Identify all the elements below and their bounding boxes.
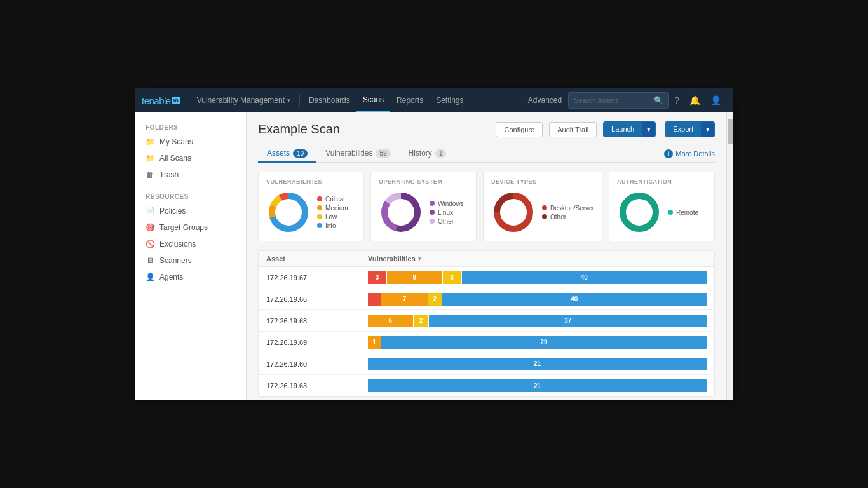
bar-info: 40: [462, 271, 707, 284]
critical-dot: [317, 196, 322, 201]
sidebar-item-my-scans[interactable]: 📁 My Scans: [135, 133, 246, 150]
table-row: 172.26.19.63 21: [259, 375, 714, 396]
sidebar-item-agents[interactable]: 👤 Agents: [135, 269, 246, 285]
sidebar-item-trash[interactable]: 🗑 Trash: [135, 166, 246, 183]
vuln-bar: 21: [368, 379, 707, 392]
asset-ip: 172.26.19.66: [266, 295, 368, 303]
chart-auth: AUTHENTICATION Remote: [609, 172, 715, 241]
search-box: 🔍: [568, 92, 669, 109]
vuln-bar: 6 2 37: [368, 315, 707, 327]
sidebar-item-exclusions[interactable]: 🚫 Exclusions: [135, 236, 246, 252]
device-legend: Desktop/Server Other: [542, 205, 594, 220]
page-header: Example Scan Configure Audit Trail Launc…: [258, 121, 715, 137]
bar-low: 2: [414, 315, 429, 327]
content-tabs: Assets 10 Vulnerabilities 59 History 1 i: [258, 145, 715, 163]
sidebar-item-all-scans[interactable]: 📁 All Scans: [135, 150, 246, 166]
bar-medium: 9: [387, 271, 442, 284]
more-details-link[interactable]: i More Details: [664, 149, 715, 158]
bar-low: 3: [443, 271, 461, 284]
chart-device-types: DEVICE TYPES Desktop/Server: [483, 172, 602, 241]
info-dot: [317, 223, 322, 228]
sidebar: FOLDERS 📁 My Scans 📁 All Scans 🗑 Trash R…: [135, 112, 247, 400]
nav-dashboards[interactable]: Dashboards: [302, 88, 356, 112]
asset-ip: 172.26.19.60: [266, 360, 368, 368]
nav-advanced[interactable]: Advanced: [522, 88, 568, 112]
sidebar-item-target-groups[interactable]: 🎯 Target Groups: [135, 219, 246, 236]
vuln-bar: 3 9 3 40: [368, 271, 707, 284]
export-button-arrow[interactable]: ▾: [701, 122, 714, 137]
launch-button-split: Launch ▾: [603, 121, 656, 137]
asset-ip: 172.26.19.69: [266, 339, 368, 346]
search-icon: 🔍: [654, 96, 663, 105]
charts-row: VULNERABILITIES: [258, 172, 715, 241]
sort-icon[interactable]: ▾: [418, 255, 421, 262]
desktop-server-dot: [542, 205, 547, 210]
nav-vm-arrow: ▾: [287, 97, 290, 104]
scroll-thumb[interactable]: [728, 119, 733, 144]
launch-button-arrow[interactable]: ▾: [642, 122, 655, 137]
nav-settings[interactable]: Settings: [430, 88, 470, 112]
launch-button-main[interactable]: Launch: [604, 122, 642, 137]
nav-reports[interactable]: Reports: [390, 88, 430, 112]
medium-dot: [317, 205, 322, 210]
bar-medium: 6: [368, 315, 413, 327]
assets-badge: 10: [293, 149, 308, 158]
auth-legend: Remote: [668, 209, 698, 216]
linux-dot: [430, 210, 435, 215]
exclusions-icon: 🚫: [146, 240, 154, 248]
vuln-legend: Critical Medium Low: [317, 196, 348, 229]
resources-label: RESOURCES: [135, 188, 246, 203]
tab-history[interactable]: History 1: [400, 145, 456, 163]
svg-point-13: [627, 200, 652, 225]
asset-ip: 172.26.19.68: [266, 317, 368, 325]
notifications-icon-btn[interactable]: 🔔: [684, 95, 705, 105]
export-button-main[interactable]: Export: [665, 122, 701, 137]
agents-icon: 👤: [146, 273, 154, 281]
auth-donut: [617, 190, 661, 234]
bar-medium: 1: [368, 336, 381, 349]
vuln-bar: 7 2 40: [368, 293, 707, 306]
bar-info: 29: [381, 336, 707, 349]
trash-icon: 🗑: [146, 170, 154, 179]
tab-assets[interactable]: Assets 10: [258, 145, 316, 163]
nav-scans[interactable]: Scans: [356, 88, 390, 112]
main-layout: FOLDERS 📁 My Scans 📁 All Scans 🗑 Trash R…: [135, 112, 733, 400]
sidebar-item-scanners[interactable]: 🖥 Scanners: [135, 252, 246, 269]
audit-trail-button[interactable]: Audit Trail: [549, 122, 597, 137]
col-header-asset: Asset: [266, 255, 368, 262]
device-other-dot: [542, 214, 547, 219]
configure-button[interactable]: Configure: [496, 122, 543, 137]
bar-info: 40: [442, 293, 707, 306]
asset-ip: 172.26.19.63: [266, 382, 368, 390]
table-row: 172.26.19.66 7 2 40: [259, 288, 714, 310]
os-donut: [379, 190, 423, 234]
folder-icon: 📁: [146, 137, 154, 146]
scrollbar[interactable]: [726, 112, 733, 400]
bar-critical: 3: [368, 271, 386, 284]
bar-info: 21: [368, 358, 707, 370]
page-title: Example Scan: [258, 122, 489, 137]
sidebar-item-policies[interactable]: 📄 Policies: [135, 203, 246, 219]
bar-critical: [368, 293, 381, 306]
os-legend: Windows Linux Other: [430, 200, 464, 225]
table-header: Asset Vulnerabilities ▾: [259, 251, 714, 267]
windows-dot: [430, 201, 435, 206]
help-icon-btn[interactable]: ?: [669, 95, 684, 105]
search-input[interactable]: [574, 97, 650, 104]
vuln-bar: 1 29: [368, 336, 707, 349]
folders-label: FOLDERS: [135, 119, 246, 133]
svg-point-4: [276, 200, 301, 225]
info-icon: i: [664, 149, 673, 158]
bar-info: 21: [368, 379, 707, 392]
user-icon-btn[interactable]: 👤: [705, 95, 726, 105]
bar-medium: 7: [381, 293, 428, 306]
table-row: 172.26.19.67 3 9 3 40: [259, 267, 714, 288]
chart-os: OPERATING SYSTEM Win: [370, 172, 477, 241]
nav-vulnerability-management[interactable]: Vulnerability Management ▾: [191, 88, 297, 112]
export-button-split: Export ▾: [665, 121, 715, 137]
scanners-icon: 🖥: [146, 256, 154, 265]
logo: tenable io: [142, 95, 180, 106]
main-content: Example Scan Configure Audit Trail Launc…: [247, 112, 726, 400]
tab-vulnerabilities[interactable]: Vulnerabilities 59: [316, 145, 399, 163]
table-row: 172.26.19.68 6 2 37: [259, 310, 714, 332]
